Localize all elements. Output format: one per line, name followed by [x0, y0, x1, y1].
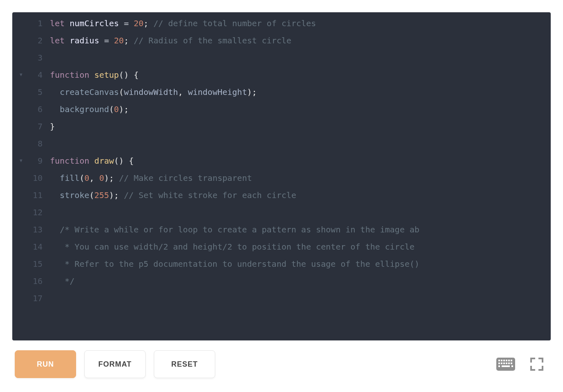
line-number: 10	[12, 169, 50, 187]
line-number: 17	[12, 290, 50, 307]
reset-button[interactable]: RESET	[154, 350, 215, 378]
code-line[interactable]: 7}	[12, 118, 551, 135]
code-line[interactable]: 10 fill(0, 0); // Make circles transpare…	[12, 169, 551, 187]
line-number: 3	[12, 49, 50, 66]
code-content[interactable]: * You can use width/2 and height/2 to po…	[50, 238, 419, 255]
line-number: 11	[12, 187, 50, 204]
code-line[interactable]: 17	[12, 290, 551, 307]
line-number: 7	[12, 118, 50, 135]
format-button[interactable]: FORMAT	[84, 350, 146, 378]
code-line[interactable]: 8	[12, 135, 551, 152]
line-number: 14	[12, 238, 50, 255]
fold-icon[interactable]: ▼	[20, 66, 23, 83]
code-line[interactable]: 3	[12, 49, 551, 66]
svg-rect-10	[506, 363, 507, 364]
line-number: 13	[12, 221, 50, 238]
code-line[interactable]: 6 background(0);	[12, 101, 551, 118]
code-content[interactable]: */	[50, 273, 74, 290]
line-number: 6	[12, 101, 50, 118]
code-line[interactable]: 5 createCanvas(windowWidth, windowHeight…	[12, 83, 551, 101]
code-content[interactable]: /* Write a while or for loop to create a…	[50, 221, 419, 238]
fullscreen-icon[interactable]	[525, 353, 548, 376]
svg-rect-14	[502, 365, 510, 367]
line-number: 12	[12, 204, 50, 221]
svg-rect-6	[511, 360, 512, 361]
line-number: 8	[12, 135, 50, 152]
code-line[interactable]: ▼4function setup() {	[12, 66, 551, 83]
line-number: 4	[12, 66, 50, 83]
code-content[interactable]: }	[50, 118, 55, 135]
code-line[interactable]: 11 stroke(255); // Set white stroke for …	[12, 187, 551, 204]
code-content[interactable]: let radius = 20; // Radius of the smalle…	[50, 32, 291, 49]
svg-rect-4	[506, 360, 507, 361]
toolbar: RUN FORMAT RESET	[12, 340, 551, 380]
svg-rect-13	[498, 365, 500, 367]
code-line[interactable]: 12	[12, 204, 551, 221]
code-content[interactable]: stroke(255); // Set white stroke for eac…	[50, 187, 296, 204]
svg-rect-8	[501, 363, 502, 364]
svg-rect-12	[511, 363, 512, 364]
keyboard-icon[interactable]	[494, 353, 517, 376]
svg-rect-5	[508, 360, 510, 361]
code-line[interactable]: 15 * Refer to the p5 documentation to un…	[12, 255, 551, 273]
code-content[interactable]: createCanvas(windowWidth, windowHeight);	[50, 83, 257, 101]
svg-rect-1	[498, 360, 500, 361]
svg-rect-9	[503, 363, 505, 364]
code-line[interactable]: ▼9function draw() {	[12, 152, 551, 169]
line-number: 15	[12, 255, 50, 273]
svg-rect-15	[511, 365, 513, 367]
line-number: 2	[12, 32, 50, 49]
code-editor[interactable]: 1let numCircles = 20; // define total nu…	[12, 12, 551, 340]
code-content[interactable]: function setup() {	[50, 66, 139, 83]
run-button[interactable]: RUN	[15, 350, 76, 378]
svg-rect-3	[503, 360, 505, 361]
code-content[interactable]: background(0);	[50, 101, 129, 118]
svg-rect-11	[508, 363, 510, 364]
code-line[interactable]: 13 /* Write a while or for loop to creat…	[12, 221, 551, 238]
svg-rect-2	[501, 360, 502, 361]
fold-icon[interactable]: ▼	[20, 152, 23, 169]
code-line[interactable]: 14 * You can use width/2 and height/2 to…	[12, 238, 551, 255]
line-number: 16	[12, 273, 50, 290]
line-number: 9	[12, 152, 50, 169]
code-content[interactable]: function draw() {	[50, 152, 134, 169]
line-number: 5	[12, 83, 50, 101]
code-line[interactable]: 16 */	[12, 273, 551, 290]
code-line[interactable]: 1let numCircles = 20; // define total nu…	[12, 15, 551, 32]
code-content[interactable]: let numCircles = 20; // define total num…	[50, 15, 316, 32]
code-line[interactable]: 2let radius = 20; // Radius of the small…	[12, 32, 551, 49]
code-content[interactable]: * Refer to the p5 documentation to under…	[50, 255, 419, 273]
svg-rect-7	[498, 363, 500, 364]
code-content[interactable]: fill(0, 0); // Make circles transparent	[50, 169, 252, 187]
line-number: 1	[12, 15, 50, 32]
